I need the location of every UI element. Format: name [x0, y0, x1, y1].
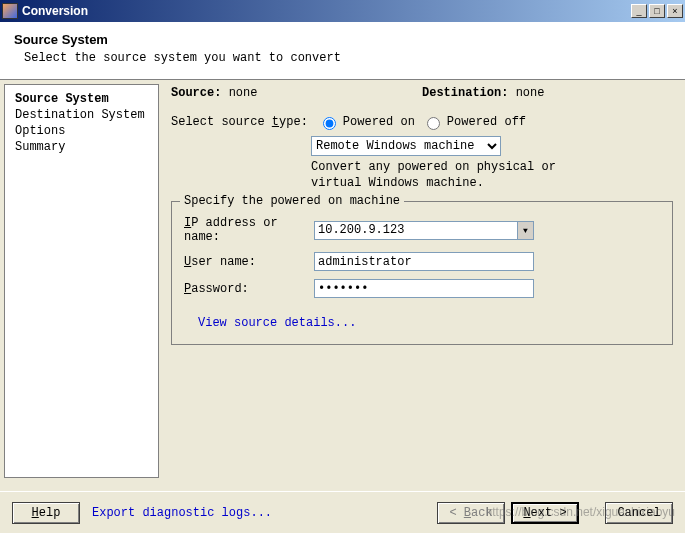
- export-logs-link[interactable]: Export diagnostic logs...: [92, 506, 272, 520]
- close-button[interactable]: ×: [667, 4, 683, 18]
- page-title: Source System: [14, 32, 671, 47]
- ip-input[interactable]: [314, 221, 517, 240]
- radio-powered-off[interactable]: [427, 117, 440, 130]
- window-title: Conversion: [22, 4, 631, 18]
- sidebar-item-destination-system[interactable]: Destination System: [5, 107, 158, 123]
- radio-powered-on-label: Powered on: [343, 115, 415, 129]
- wizard-header: Source System Select the source system y…: [0, 22, 685, 80]
- ip-dropdown-button[interactable]: ▼: [517, 221, 534, 240]
- sidebar-item-options[interactable]: Options: [5, 123, 158, 139]
- sidebar-item-summary[interactable]: Summary: [5, 139, 158, 155]
- help-button[interactable]: Help: [12, 502, 80, 524]
- source-label: Source:: [171, 86, 221, 100]
- ip-label: IP address or name:: [184, 216, 314, 244]
- select-source-type-label: Select source type:: [171, 115, 308, 129]
- maximize-button[interactable]: □: [649, 4, 665, 18]
- source-value: none: [229, 86, 258, 100]
- destination-label: Destination:: [422, 86, 508, 100]
- password-input[interactable]: [314, 279, 534, 298]
- password-label: Password:: [184, 282, 314, 296]
- wizard-steps-sidebar: Source System Destination System Options…: [4, 84, 159, 478]
- powered-on-machine-fieldset: Specify the powered on machine IP addres…: [171, 201, 673, 345]
- app-icon: [2, 3, 18, 19]
- source-summary: Source: none: [171, 86, 422, 100]
- radio-powered-off-label: Powered off: [447, 115, 526, 129]
- radio-powered-on[interactable]: [323, 117, 336, 130]
- cancel-button[interactable]: Cancel: [605, 502, 673, 524]
- next-button[interactable]: Next >: [511, 502, 579, 524]
- username-input[interactable]: [314, 252, 534, 271]
- destination-value: none: [516, 86, 545, 100]
- source-type-dropdown[interactable]: Remote Windows machine: [311, 136, 501, 156]
- view-source-details-link[interactable]: View source details...: [198, 316, 356, 330]
- fieldset-legend: Specify the powered on machine: [180, 194, 404, 208]
- source-type-hint: Convert any powered on physical or virtu…: [311, 160, 571, 191]
- username-label: User name:: [184, 255, 314, 269]
- minimize-button[interactable]: _: [631, 4, 647, 18]
- page-subtitle: Select the source system you want to con…: [24, 51, 671, 65]
- main-panel: Source: none Destination: none Select so…: [159, 80, 685, 478]
- sidebar-item-source-system[interactable]: Source System: [5, 91, 158, 107]
- wizard-footer: Help Export diagnostic logs... < Back Ne…: [0, 491, 685, 533]
- back-button[interactable]: < Back: [437, 502, 505, 524]
- destination-summary: Destination: none: [422, 86, 673, 100]
- titlebar: Conversion _ □ ×: [0, 0, 685, 22]
